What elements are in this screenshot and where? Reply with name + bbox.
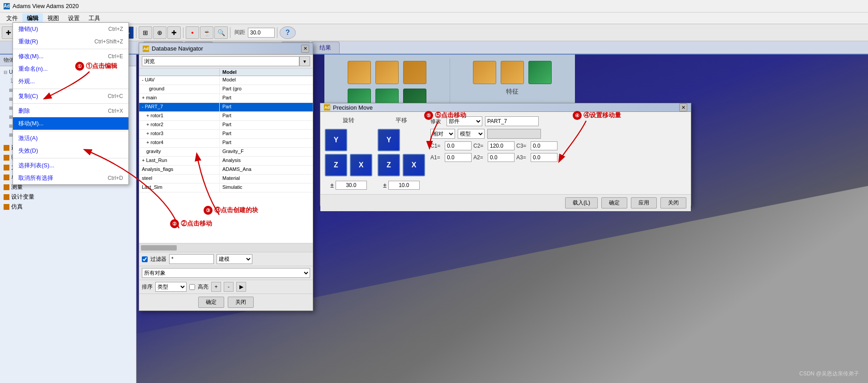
db-sort-arrow-btn[interactable]: ▶ — [236, 282, 246, 292]
feat-icon-3[interactable] — [528, 61, 552, 84]
db-row-gravity[interactable]: gravity Gravity_F — [139, 148, 313, 157]
menu-modify[interactable]: 修改(M)... Ctrl+E — [13, 50, 128, 63]
pm-trans-y-cube[interactable]: Y — [378, 129, 400, 151]
toolbar-frame-btn[interactable]: ⊞ — [139, 26, 152, 39]
db-close-btn[interactable]: ✕ — [301, 45, 309, 53]
app-title: Adams View Adams 2020 — [13, 3, 79, 9]
op-icon-3[interactable] — [403, 61, 426, 84]
pm-a2-input[interactable] — [488, 153, 515, 162]
db-row-lastsim[interactable]: Last_Sim Simulatic — [139, 183, 313, 192]
pm-apply-btn[interactable]: 应用 — [631, 197, 657, 209]
db-filter-checkbox[interactable] — [142, 256, 148, 262]
db-scrollbar[interactable] — [139, 243, 313, 252]
db-row-ground[interactable]: ground Part (gro — [139, 85, 313, 94]
menu-select-list[interactable]: 选择列表(S)... — [13, 159, 128, 172]
sidebar-item-design-var[interactable]: 设计变量 — [0, 192, 136, 202]
pm-load-btn[interactable]: 载入(L) — [565, 197, 598, 209]
db-row-rotor2[interactable]: + rotor2 Part — [139, 121, 313, 130]
op-icon-1[interactable] — [348, 61, 371, 84]
db-row-analysis-flags[interactable]: Analysis_flags ADAMS_Ana — [139, 166, 313, 174]
pm-model-select[interactable]: 模型 — [458, 129, 485, 139]
pm-relative-select[interactable]: 相对 — [430, 129, 455, 139]
connect-icon — [4, 145, 9, 151]
pm-rot-x-cube[interactable]: X — [350, 154, 372, 176]
pm-trans-x-wrap: X — [403, 154, 425, 176]
db-highlight-checkbox[interactable] — [189, 284, 195, 290]
pm-confirm-btn[interactable]: 确定 — [601, 197, 627, 209]
db-search-dropdown[interactable]: ▼ — [299, 56, 310, 66]
menu-delete[interactable]: 删除 Ctrl+X — [13, 105, 128, 117]
toolbar-move-obj-btn[interactable]: ✚ — [167, 26, 181, 39]
menu-deselect-all[interactable]: 取消所有选择 Ctrl+D — [13, 172, 128, 184]
db-sort-add-btn[interactable]: + — [211, 282, 221, 292]
pm-close-dialog-btn[interactable]: 关闭 — [660, 197, 686, 209]
menu-file[interactable]: 文件 — [2, 13, 22, 23]
pm-a3-input[interactable] — [531, 153, 557, 162]
annotation-5-text: ⑤点击移动 — [435, 111, 466, 119]
db-row-steel[interactable]: steel Material — [139, 174, 313, 183]
pm-component-value[interactable] — [485, 116, 539, 126]
distance-input[interactable] — [248, 28, 275, 38]
db-sort-select[interactable]: 类型 — [155, 282, 187, 292]
db-confirm-btn[interactable]: 确定 — [198, 297, 224, 308]
sep3 — [183, 27, 183, 38]
toolbar-pan-btn[interactable]: ☕ — [200, 26, 213, 39]
menu-view[interactable]: 视图 — [43, 13, 64, 23]
db-sort-row: 排序 类型 高亮 + - ▶ — [139, 280, 313, 294]
pm-trans-z-wrap: Z — [378, 154, 400, 176]
db-row-uav[interactable]: - UAV Model — [139, 76, 313, 85]
menu-tools[interactable]: 工具 — [84, 13, 105, 23]
toolbar-help-btn[interactable]: ? — [280, 26, 296, 39]
pm-rot-y-cube[interactable]: Y — [325, 129, 347, 151]
pm-model-value[interactable] — [487, 129, 541, 139]
sep-c — [13, 103, 128, 104]
db-row-rotor1[interactable]: + rotor1 Part — [139, 112, 313, 121]
db-sort-label: 排序 — [142, 283, 153, 291]
toolbar-zoom-btn[interactable]: 🔍 — [214, 26, 228, 39]
pm-c1-label: C1= — [430, 143, 443, 149]
menu-move[interactable]: 移动(M)... — [13, 117, 128, 130]
db-filter-dropdown[interactable]: 建模 — [217, 254, 252, 264]
db-filter-input[interactable] — [169, 254, 214, 264]
db-close2-btn[interactable]: 关闭 — [228, 297, 254, 308]
db-sort-remove-btn[interactable]: - — [224, 282, 234, 292]
db-row-lastrun[interactable]: + Last_Run Analysis — [139, 157, 313, 166]
pm-a1-input[interactable] — [445, 153, 472, 162]
db-row-main[interactable]: + main Part — [139, 94, 313, 103]
pm-trans-x-cube[interactable]: X — [403, 154, 425, 176]
feat-icon-1[interactable] — [473, 61, 496, 84]
db-scrollbar-thumb[interactable] — [141, 245, 177, 251]
op-icon-2[interactable] — [375, 61, 399, 84]
pm-close-btn[interactable]: ✕ — [679, 103, 687, 111]
toolbar-measure-btn[interactable]: ⊕ — [153, 26, 166, 39]
menu-deactivate[interactable]: 失效(D) — [13, 145, 128, 157]
pm-c2-input[interactable] — [488, 141, 515, 150]
menu-redo[interactable]: 重做(R) Ctrl+Shift+Z — [13, 35, 128, 48]
tab-results[interactable]: 结果 — [311, 42, 340, 54]
pm-trans-z-cube[interactable]: Z — [378, 154, 400, 176]
menu-activate[interactable]: 激活(A) — [13, 132, 128, 145]
pm-c-row: C1= C2= C3= — [430, 141, 686, 150]
title-bar: Ad Adams View Adams 2020 — [0, 0, 868, 13]
pm-c1-input[interactable] — [445, 141, 472, 150]
db-row-rotor3[interactable]: + rotor3 Part — [139, 130, 313, 139]
menu-undo[interactable]: 撤销(U) Ctrl+Z — [13, 23, 128, 35]
db-scope-select[interactable]: 所有对象 — [142, 268, 310, 278]
menu-settings[interactable]: 设置 — [64, 13, 84, 23]
pm-translation-label: 平移 — [396, 116, 407, 124]
toolbar-circle-btn[interactable]: ● — [186, 26, 199, 39]
menu-edit[interactable]: 编辑 — [22, 13, 43, 23]
pm-trans-step-input[interactable] — [388, 181, 420, 190]
db-row-rotor4[interactable]: + rotor4 Part — [139, 139, 313, 148]
db-col-type-header: Model — [220, 68, 313, 76]
drive-icon — [4, 155, 9, 161]
pm-rot-step-input[interactable] — [336, 181, 367, 190]
db-search-input[interactable] — [142, 56, 299, 66]
pm-rot-z-cube[interactable]: Z — [325, 154, 347, 176]
feat-icon-2[interactable] — [501, 61, 524, 84]
menu-copy[interactable]: 复制(C) Ctrl+C — [13, 90, 128, 102]
db-row-part7[interactable]: - PART_7 Part — [139, 103, 313, 112]
sidebar-item-sim[interactable]: 仿真 — [0, 202, 136, 212]
menu-appearance[interactable]: 外观... — [13, 75, 128, 88]
pm-c3-input[interactable] — [531, 141, 557, 150]
